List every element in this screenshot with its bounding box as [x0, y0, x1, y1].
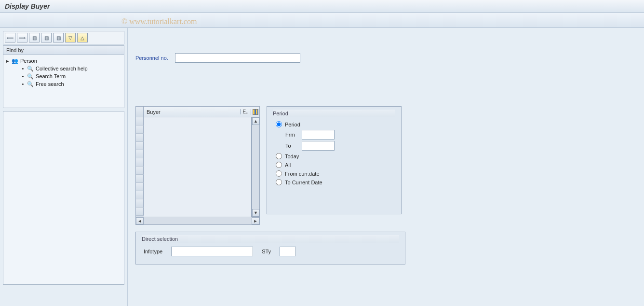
table-row[interactable] — [136, 158, 144, 167]
search-help-icon: 🔍 — [27, 65, 34, 72]
period-from-input[interactable] — [302, 130, 335, 139]
tree-label-searchterm: Search Term — [36, 73, 66, 79]
nav-expand-button[interactable]: ▽ — [65, 33, 76, 42]
find-by-header: Find by — [3, 45, 124, 55]
infotype-label: Infotype — [144, 249, 162, 254]
period-radio-today[interactable]: Today — [276, 153, 395, 159]
table-config-button[interactable] — [251, 109, 259, 115]
search-term-icon: 🔍 — [27, 73, 34, 80]
nav-tool2-button[interactable]: ▥ — [41, 33, 52, 42]
period-from-label: Frm — [285, 132, 299, 138]
tree-toggle-icon[interactable]: ▸ — [5, 58, 10, 64]
find-by-tree: ▸ 👥 Person • 🔍 Collective search help • … — [3, 55, 124, 108]
fromcurr-radio-input[interactable] — [276, 170, 282, 177]
table-row[interactable] — [136, 150, 144, 158]
table-col-e[interactable]: E.. — [240, 109, 251, 114]
table-row[interactable] — [136, 142, 144, 150]
period-from-row: Frm — [285, 130, 395, 139]
nav-toolbar: ⟸ ⟹ ▥ ▥ ▥ ▽ △ — [3, 31, 124, 44]
table-row[interactable] — [136, 117, 144, 125]
all-radio-input[interactable] — [276, 162, 282, 168]
direct-group-title: Direct selection — [142, 235, 399, 243]
period-group-title: Period — [273, 110, 395, 117]
period-radio-from-curr[interactable]: From curr.date — [276, 170, 395, 177]
table-row[interactable] — [136, 191, 144, 199]
nav-collapse-button[interactable]: △ — [77, 33, 88, 42]
period-to-input[interactable] — [302, 141, 335, 151]
table-row[interactable] — [136, 134, 144, 142]
table-row[interactable] — [136, 125, 144, 134]
period-radio-to-curr[interactable]: To Current Date — [276, 179, 395, 185]
nav-forward-button[interactable]: ⟹ — [17, 33, 27, 42]
period-to-row: To — [285, 141, 395, 151]
table-col-buyer[interactable]: Buyer — [144, 109, 240, 115]
table-body-cells[interactable] — [144, 117, 252, 217]
table-row[interactable] — [136, 208, 144, 216]
personnel-no-input[interactable] — [175, 53, 300, 63]
sty-input[interactable] — [280, 247, 296, 256]
sidebar: ⟸ ⟹ ▥ ▥ ▥ ▽ △ Find by ▸ 👥 Person • 🔍 Col… — [0, 28, 128, 306]
period-radio-label: Period — [285, 122, 300, 127]
table-vscrollbar[interactable]: ▲ ▼ — [252, 117, 259, 217]
app-toolbar — [0, 13, 644, 28]
table-row[interactable] — [136, 167, 144, 175]
tocurr-radio-label: To Current Date — [285, 180, 322, 185]
nav-back-button[interactable]: ⟸ — [5, 33, 15, 42]
table-corner[interactable] — [136, 107, 144, 117]
scroll-down-icon[interactable]: ▼ — [252, 209, 259, 217]
tree-node-person[interactable]: ▸ 👥 Person — [5, 57, 122, 65]
window-title: Display Buyer — [5, 2, 50, 10]
tocurr-radio-input[interactable] — [276, 179, 282, 185]
tree-node-search-term[interactable]: • 🔍 Search Term — [5, 72, 122, 80]
window-titlebar: Display Buyer — [0, 0, 644, 13]
period-to-label: To — [285, 143, 299, 149]
today-radio-input[interactable] — [276, 153, 282, 159]
period-radio-input[interactable] — [276, 121, 282, 127]
scroll-right-icon[interactable]: ► — [252, 217, 259, 224]
direct-selection-groupbox: Direct selection Infotype STy — [135, 232, 405, 264]
table-hscrollbar[interactable]: ◄ ► — [136, 217, 259, 224]
table-row-headers — [136, 117, 144, 217]
scroll-left-icon[interactable]: ◄ — [136, 217, 144, 224]
sidebar-results-panel — [3, 111, 124, 285]
table-row[interactable] — [136, 175, 144, 183]
sty-label: STy — [262, 249, 271, 254]
table-row[interactable] — [136, 199, 144, 208]
period-radio-period[interactable]: Period — [276, 121, 395, 127]
tree-node-free-search[interactable]: • 🔍 Free search — [5, 80, 122, 88]
tree-label-freesearch: Free search — [36, 81, 64, 87]
personnel-no-row: Personnel no. — [135, 53, 636, 63]
period-radio-all[interactable]: All — [276, 162, 395, 168]
personnel-no-label: Personnel no. — [135, 55, 168, 61]
tree-node-collective-search[interactable]: • 🔍 Collective search help — [5, 65, 122, 72]
grid-config-icon — [253, 109, 258, 115]
scroll-up-icon[interactable]: ▲ — [252, 117, 259, 125]
fromcurr-radio-label: From curr.date — [285, 171, 320, 177]
today-radio-label: Today — [285, 153, 299, 159]
person-icon: 👥 — [12, 57, 18, 64]
free-search-icon: 🔍 — [27, 81, 34, 87]
nav-tool1-button[interactable]: ▥ — [29, 33, 40, 42]
table-row[interactable] — [136, 183, 144, 191]
tree-label-collective: Collective search help — [36, 66, 88, 71]
all-radio-label: All — [285, 162, 291, 168]
infotype-input[interactable] — [171, 247, 253, 256]
nav-tool3-button[interactable]: ▥ — [53, 33, 64, 42]
tree-label-person: Person — [20, 58, 37, 64]
buyer-table: Buyer E.. — [135, 106, 260, 225]
period-groupbox: Period Period Frm To — [267, 106, 402, 214]
content-area: Personnel no. Buyer E.. — [128, 28, 644, 306]
